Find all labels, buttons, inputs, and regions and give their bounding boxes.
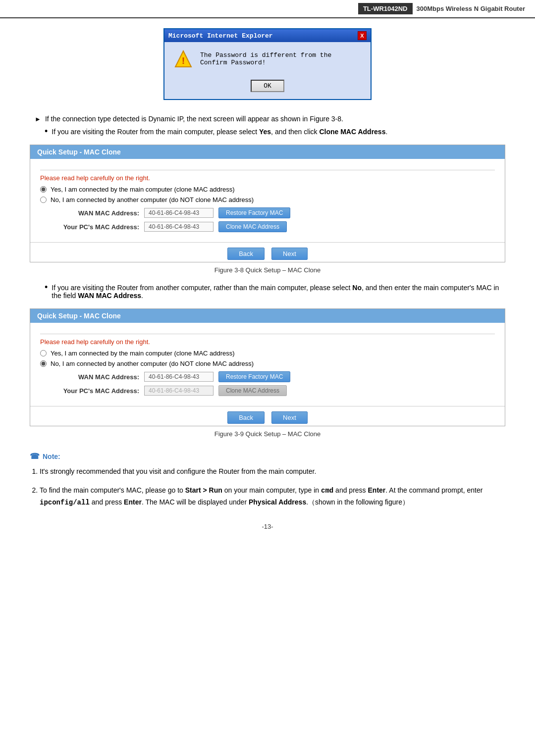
arrow-bullet-1: ► If the connection type detected is Dyn… [30,115,505,123]
help-text-2: Please read help carefully on the right. [40,338,495,346]
pc-label-2: Your PC's MAC Address: [60,387,139,395]
radio-no-1[interactable] [40,197,47,203]
ie-message: The Password is different from the Confi… [200,51,361,66]
note-header-text: Note: [43,453,60,460]
mac-clone-body-1: Please read help carefully on the right.… [30,159,505,242]
wan-row-2: WAN MAC Address: Restore Factory MAC [60,371,495,382]
ie-dialog-body: ! The Password is different from the Con… [164,42,371,76]
note-phone-icon: ☎ [30,452,40,461]
ie-dialog: Microsoft Internet Explorer X ! The Pass… [163,28,372,100]
figure-caption-1: Figure 3-8 Quick Setup – MAC Clone [30,266,505,274]
radio-no-label-2: No, I am connected by another computer (… [51,360,254,367]
radio-row-no-1: No, I am connected by another computer (… [40,196,495,203]
bullet-dot-2: • [45,283,48,292]
ie-close-button[interactable]: X [358,31,367,40]
pc-row-1: Your PC's MAC Address: Clone MAC Address [60,221,495,232]
pc-input-1[interactable] [144,222,214,232]
clone-mac-btn-1[interactable]: Clone MAC Address [218,221,287,232]
wan-input-2[interactable] [144,372,214,382]
bullet-dot: • [45,127,48,136]
divider-1 [40,170,495,170]
note-header: ☎ Note: [30,452,505,461]
svg-text:!: ! [180,55,186,67]
page-header: TL-WR1042ND 300Mbps Wireless N Gigabit R… [0,0,535,18]
radio-no-2[interactable] [40,360,47,367]
back-btn-1[interactable]: Back [227,248,265,260]
circle-bullet-text-2: If you are visiting the Router from anot… [52,284,505,300]
clone-mac-btn-2: Clone MAC Address [218,385,287,396]
arrow-icon: ► [35,115,41,123]
wan-input-1[interactable] [144,208,214,218]
radio-no-label-1: No, I am connected by another computer (… [51,196,254,203]
circle-bullet-text: If you are visiting the Router from the … [52,128,387,136]
restore-factory-btn-2[interactable]: Restore Factory MAC [218,371,290,382]
back-btn-2[interactable]: Back [227,411,265,424]
mac-clone-header-1: Quick Setup - MAC Clone [30,145,505,159]
pc-row-2: Your PC's MAC Address: Clone MAC Address [60,385,495,396]
mac-footer-2: Back Next [30,406,505,426]
arrow-bullet-text: If the connection type detected is Dynam… [45,115,343,123]
wan-label-2: WAN MAC Address: [60,373,139,381]
header-description: 300Mbps Wireless N Gigabit Router [417,5,526,12]
help-text-1: Please read help carefully on the right. [40,174,495,182]
divider-2 [40,334,495,334]
radio-row-no-2: No, I am connected by another computer (… [40,360,495,367]
circle-bullet-2: • If you are visiting the Router from an… [30,284,505,300]
note-list: It's strongly recommended that you visit… [30,466,505,508]
wan-row-1: WAN MAC Address: Restore Factory MAC [60,207,495,218]
note-section: ☎ Note: It's strongly recommended that y… [30,452,505,508]
radio-yes-label-1: Yes, I am connected by the main computer… [51,186,235,193]
model-label: TL-WR1042ND [358,3,413,14]
circle-bullet-1: • If you are visiting the Router from th… [30,128,505,136]
mac-clone-box-1: Quick Setup - MAC Clone Please read help… [30,145,505,262]
section1: ► If the connection type detected is Dyn… [30,115,505,136]
radio-yes-label-2: Yes, I am connected by the main computer… [51,350,235,357]
radio-yes-2[interactable] [40,350,47,356]
mac-table-2: WAN MAC Address: Restore Factory MAC You… [60,371,495,396]
radio-yes-1[interactable] [40,186,47,193]
radio-row-yes-1: Yes, I am connected by the main computer… [40,186,495,193]
note-item-1: It's strongly recommended that you visit… [40,466,505,477]
ie-dialog-titlebar: Microsoft Internet Explorer X [164,29,371,42]
wan-label-1: WAN MAC Address: [60,209,139,217]
section2: • If you are visiting the Router from an… [30,284,505,300]
restore-factory-btn-1[interactable]: Restore Factory MAC [218,207,290,218]
next-btn-2[interactable]: Next [271,411,308,424]
pc-input-2 [144,386,214,396]
mac-clone-box-2: Quick Setup - MAC Clone Please read help… [30,308,505,426]
mac-clone-header-2: Quick Setup - MAC Clone [30,309,505,323]
figure-caption-2: Figure 3-9 Quick Setup – MAC Clone [30,430,505,438]
radio-row-yes-2: Yes, I am connected by the main computer… [40,350,495,357]
warning-icon: ! [174,50,192,68]
main-content: Microsoft Internet Explorer X ! The Pass… [0,28,535,550]
page-number: -13- [30,523,505,530]
mac-clone-body-2: Please read help carefully on the right.… [30,323,505,406]
note-item-2: To find the main computer's MAC, please … [40,485,505,508]
mac-table-1: WAN MAC Address: Restore Factory MAC You… [60,207,495,232]
mac-footer-1: Back Next [30,242,505,262]
ie-dialog-footer: OK [164,76,371,99]
pc-label-1: Your PC's MAC Address: [60,223,139,231]
ie-ok-button[interactable]: OK [251,80,284,92]
next-btn-1[interactable]: Next [271,248,308,260]
ie-dialog-title: Microsoft Internet Explorer [168,32,273,40]
